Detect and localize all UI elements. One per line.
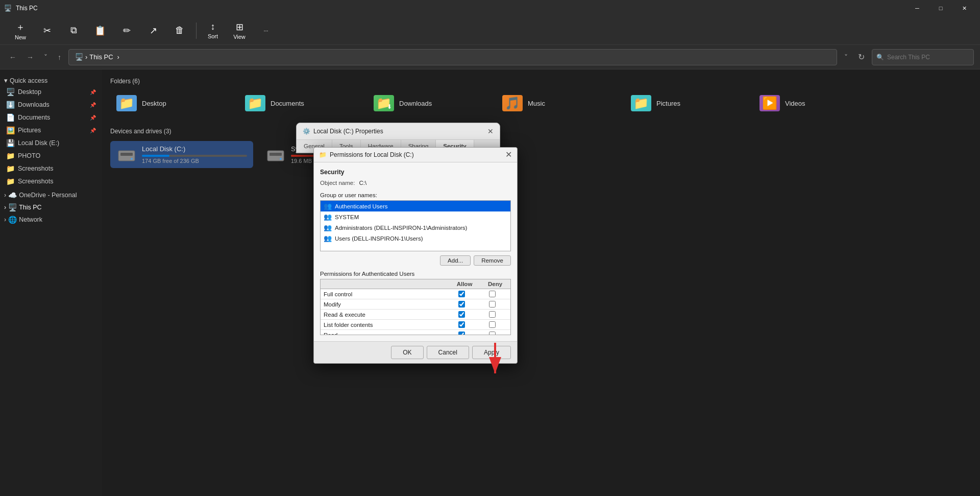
paste-button[interactable]: 📋 (88, 23, 112, 38)
sidebar-item-pictures[interactable]: 🖼️ Pictures 📌 (2, 124, 100, 136)
props-icon: ⚙️ (303, 128, 310, 135)
network-section[interactable]: › 🌐 Network (0, 212, 102, 225)
up-button[interactable]: ↑ (55, 51, 64, 63)
rename-button[interactable]: ✏ (114, 23, 139, 38)
user-administrators[interactable]: 👥 Administrators (DELL-INSPIRON-1\Admini… (321, 222, 510, 233)
onedrive-label: OneDrive - Personal (19, 192, 77, 199)
perm-fullcontrol-allow-check[interactable] (458, 291, 465, 297)
minimize-button[interactable]: ─ (905, 0, 929, 16)
sort-icon: ↕ (211, 21, 215, 32)
share-button[interactable]: ↗ (141, 23, 165, 38)
path-chevron-right: › (85, 53, 87, 61)
user-authenticated[interactable]: 👥 Authenticated Users (321, 201, 510, 211)
folders-grid: 📁 Desktop 📁 Documents ⬇📁 Downloads 🎵 Mus… (110, 91, 972, 115)
sort-label: Sort (208, 33, 218, 39)
toolbar: ＋ New ✂ ⧉ 📋 ✏ ↗ 🗑 ↕ Sort ⊞ View ··· (0, 16, 980, 45)
new-button[interactable]: ＋ New (8, 19, 33, 42)
perm-readexecute-allow-check[interactable] (458, 311, 465, 318)
cut-button[interactable]: ✂ (35, 23, 59, 38)
perm-listfolder-allow-check[interactable] (458, 321, 465, 328)
folder-music[interactable]: 🎵 Music (496, 91, 619, 115)
sidebar-item-documents[interactable]: 📄 Documents 📌 (2, 111, 100, 124)
sidebar-item-screenshots-1[interactable]: 📁 Screenshots (2, 162, 100, 175)
quick-access-section[interactable]: ▾ Quick access (0, 74, 102, 85)
perm-readexecute-deny-check[interactable] (489, 311, 496, 318)
sort-button[interactable]: ↕ Sort (201, 19, 225, 41)
user-name-auth: Authenticated Users (335, 203, 388, 209)
perm-row-listfolder: List folder contents (321, 320, 510, 330)
refresh-button[interactable]: ↻ (855, 50, 868, 64)
sidebar-item-label: Local Disk (E:) (18, 139, 59, 147)
svg-point-2 (131, 158, 133, 160)
perms-close-button[interactable]: ✕ (505, 151, 512, 159)
perm-read-deny-check[interactable] (489, 332, 496, 335)
perm-read-allow-check[interactable] (458, 332, 465, 335)
search-box[interactable]: 🔍 Search This PC (872, 49, 974, 65)
sidebar-item-label: Documents (18, 114, 50, 121)
perm-fullcontrol-name: Full control (324, 291, 446, 297)
sidebar-item-desktop[interactable]: 🖥️ Desktop 📌 (2, 86, 100, 98)
view-label: View (233, 34, 246, 40)
properties-close-button[interactable]: ✕ (487, 127, 494, 135)
pin-icon: 📌 (90, 89, 96, 95)
forward-button[interactable]: → (23, 51, 37, 63)
address-path[interactable]: 🖥️ › This PC › (68, 49, 837, 65)
permissions-label: Permissions for Authenticated Users (320, 271, 511, 277)
sidebar-item-label: Pictures (18, 127, 41, 134)
drive-c-info: Local Disk (C:) 174 GB free of 236 GB (142, 145, 247, 164)
object-name-label: Object name: (320, 180, 355, 186)
perm-modify-deny (477, 301, 507, 308)
remove-button[interactable]: Remove (474, 255, 511, 266)
user-system[interactable]: 👥 SYSTEM (321, 211, 510, 222)
more-button[interactable]: ··· (254, 26, 278, 36)
folder-downloads[interactable]: ⬇📁 Downloads (368, 91, 490, 115)
copy-button[interactable]: ⧉ (61, 23, 86, 38)
cancel-button[interactable]: Cancel (427, 346, 469, 359)
folder-pictures[interactable]: 📁 Pictures (625, 91, 747, 115)
folder-documents-icon: 📁 (245, 95, 265, 111)
perm-fullcontrol-allow (446, 291, 477, 297)
folder-pictures-name: Pictures (656, 100, 680, 107)
perm-listfolder-deny-check[interactable] (489, 321, 496, 328)
this-pc-section[interactable]: › 🖥️ This PC (0, 200, 102, 212)
perm-modify-allow-check[interactable] (458, 301, 465, 308)
local-disk-e-icon: 💾 (6, 139, 15, 147)
folder-videos[interactable]: ▶️ Videos (753, 91, 876, 115)
object-name-row: Object name: C:\ (320, 180, 511, 186)
sidebar-item-photo[interactable]: 📁 PHOTO (2, 150, 100, 162)
folder-desktop[interactable]: 📁 Desktop (110, 91, 233, 115)
perm-modify-allow (446, 301, 477, 308)
sidebar-item-local-disk-e[interactable]: 💾 Local Disk (E:) (2, 137, 100, 149)
screenshots-icon-2: 📁 (6, 177, 15, 185)
perms-title-bar: 📁 Permissions for Local Disk (C:) ✕ (314, 148, 517, 162)
onedrive-section[interactable]: › ☁️ OneDrive - Personal (0, 188, 102, 200)
user-users[interactable]: 👥 Users (DELL-INSPIRON-1\Users) (321, 233, 510, 244)
pictures-icon: 🖼️ (6, 126, 15, 134)
address-dropdown-button[interactable]: ˅ (841, 51, 851, 63)
properties-title-bar: ⚙️ Local Disk (C:) Properties ✕ (297, 123, 500, 140)
add-button[interactable]: Add... (440, 255, 471, 266)
ok-button[interactable]: OK (391, 346, 423, 359)
view-button[interactable]: ⊞ View (227, 19, 252, 42)
new-icon: ＋ (16, 21, 25, 33)
perms-body: Security Object name: C:\ Group or user … (314, 162, 517, 341)
back-button[interactable]: ← (6, 51, 19, 63)
sidebar-item-screenshots-2[interactable]: 📁 Screenshots (2, 175, 100, 187)
group-label: Group or user names: (320, 192, 511, 198)
user-name-admins: Administrators (DELL-INSPIRON-1\Administ… (335, 225, 467, 231)
dropdown-button[interactable]: ˅ (41, 51, 51, 63)
sidebar-item-downloads[interactable]: ⬇️ Downloads 📌 (2, 99, 100, 111)
delete-button[interactable]: 🗑 (167, 23, 192, 38)
close-button[interactable]: ✕ (952, 0, 976, 16)
perm-modify-deny-check[interactable] (489, 301, 496, 308)
user-icon-system: 👥 (324, 213, 332, 221)
folder-documents[interactable]: 📁 Documents (239, 91, 361, 115)
perm-readexecute-allow (446, 311, 477, 318)
title-bar-left: 🖥️ This PC (4, 5, 38, 12)
perm-readexecute-deny (477, 311, 507, 318)
drive-local-c[interactable]: Local Disk (C:) 174 GB free of 236 GB (110, 141, 253, 168)
path-text: This PC (89, 53, 113, 61)
sidebar-item-label: Screenshots (18, 178, 53, 185)
maximize-button[interactable]: □ (929, 0, 952, 16)
perm-fullcontrol-deny-check[interactable] (489, 291, 496, 297)
